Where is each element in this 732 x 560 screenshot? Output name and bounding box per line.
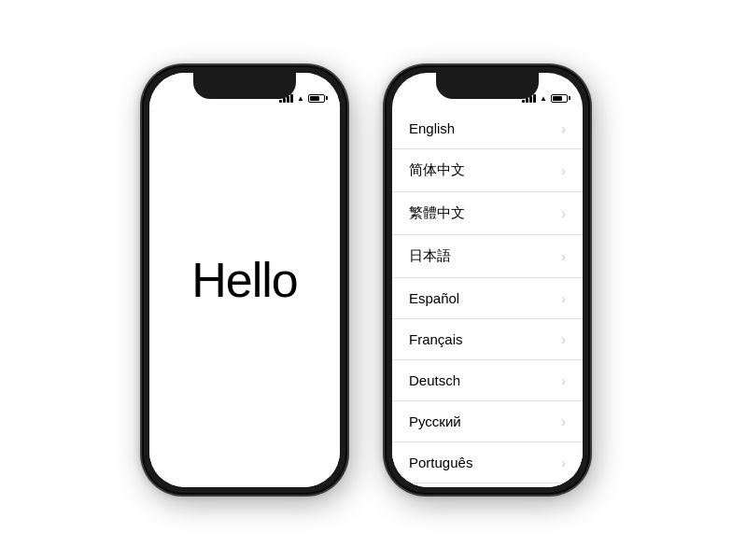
language-chevron-8: › bbox=[561, 455, 566, 470]
language-item-3[interactable]: 日本語› bbox=[392, 235, 583, 278]
phone-right-screen: 9:41 ▲ English›简体中文›繁體中文›日本語›Español›Fra… bbox=[392, 73, 583, 487]
language-label-6: Deutsch bbox=[409, 372, 460, 388]
language-items-container: English›简体中文›繁體中文›日本語›Español›Français›D… bbox=[392, 108, 583, 487]
phones-container: 9:41 ▲ Hello bbox=[142, 65, 590, 495]
language-chevron-7: › bbox=[561, 414, 566, 429]
language-label-1: 简体中文 bbox=[409, 161, 465, 179]
language-chevron-5: › bbox=[561, 332, 566, 347]
language-label-2: 繁體中文 bbox=[409, 204, 465, 222]
hello-screen: Hello bbox=[149, 73, 340, 487]
language-item-5[interactable]: Français› bbox=[392, 319, 583, 360]
language-chevron-4: › bbox=[561, 291, 566, 306]
language-label-7: Русский bbox=[409, 413, 461, 429]
wifi-icon-left: ▲ bbox=[297, 94, 304, 103]
language-chevron-6: › bbox=[561, 373, 566, 388]
language-list: English›简体中文›繁體中文›日本語›Español›Français›D… bbox=[392, 108, 583, 487]
language-item-9[interactable]: Italiano› bbox=[392, 483, 583, 487]
language-item-1[interactable]: 简体中文› bbox=[392, 149, 583, 192]
wifi-icon-right: ▲ bbox=[540, 94, 547, 103]
language-label-5: Français bbox=[409, 331, 463, 347]
language-label-4: Español bbox=[409, 290, 459, 306]
language-label-0: English bbox=[409, 120, 455, 136]
notch-left bbox=[193, 73, 296, 99]
language-item-8[interactable]: Português› bbox=[392, 442, 583, 483]
phone-left-screen: 9:41 ▲ Hello bbox=[149, 73, 340, 487]
phone-right: 9:41 ▲ English›简体中文›繁體中文›日本語›Español›Fra… bbox=[385, 65, 590, 495]
language-item-6[interactable]: Deutsch› bbox=[392, 360, 583, 401]
notch-right bbox=[436, 73, 539, 99]
language-label-8: Português bbox=[409, 455, 472, 470]
language-item-0[interactable]: English› bbox=[392, 108, 583, 149]
phone-left: 9:41 ▲ Hello bbox=[142, 65, 347, 495]
language-chevron-3: › bbox=[561, 249, 566, 264]
language-label-3: 日本語 bbox=[409, 247, 451, 265]
language-item-4[interactable]: Español› bbox=[392, 278, 583, 319]
battery-icon-right bbox=[551, 94, 568, 103]
hello-label: Hello bbox=[191, 252, 298, 308]
language-chevron-0: › bbox=[561, 121, 566, 136]
battery-icon-left bbox=[308, 94, 325, 103]
language-chevron-2: › bbox=[561, 206, 566, 221]
language-item-7[interactable]: Русский› bbox=[392, 401, 583, 442]
language-chevron-1: › bbox=[561, 163, 566, 178]
language-item-2[interactable]: 繁體中文› bbox=[392, 192, 583, 235]
